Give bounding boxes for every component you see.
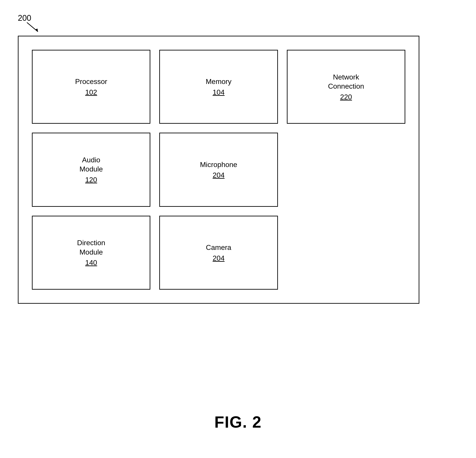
memory-box: Memory 104: [159, 50, 278, 124]
outer-container: Processor 102 Memory 104 NetworkConnecti…: [18, 36, 419, 304]
processor-box: Processor 102: [32, 50, 150, 124]
microphone-box: Microphone 204: [159, 133, 278, 207]
network-connection-label: NetworkConnection: [328, 73, 364, 91]
audio-module-label: AudioModule: [79, 155, 103, 174]
diagram-arrow: [27, 22, 40, 34]
diagram-label: 200: [18, 13, 31, 23]
network-connection-box: NetworkConnection 220: [287, 50, 405, 124]
microphone-id: 204: [212, 171, 224, 179]
direction-module-box: DirectionModule 140: [32, 216, 150, 290]
empty-cell-2: [287, 216, 405, 290]
direction-module-label: DirectionModule: [77, 238, 105, 257]
audio-module-id: 120: [85, 176, 97, 184]
processor-label: Processor: [75, 77, 107, 86]
figure-label: FIG. 2: [214, 413, 262, 431]
audio-module-box: AudioModule 120: [32, 133, 150, 207]
microphone-label: Microphone: [200, 160, 237, 169]
memory-id: 104: [212, 88, 224, 97]
network-connection-id: 220: [340, 93, 352, 101]
processor-id: 102: [85, 88, 97, 97]
memory-label: Memory: [206, 77, 231, 86]
camera-label: Camera: [206, 243, 231, 252]
empty-cell-1: [287, 133, 405, 207]
component-grid: Processor 102 Memory 104 NetworkConnecti…: [18, 36, 419, 303]
camera-id: 204: [212, 254, 224, 262]
direction-module-id: 140: [85, 259, 97, 267]
camera-box: Camera 204: [159, 216, 278, 290]
